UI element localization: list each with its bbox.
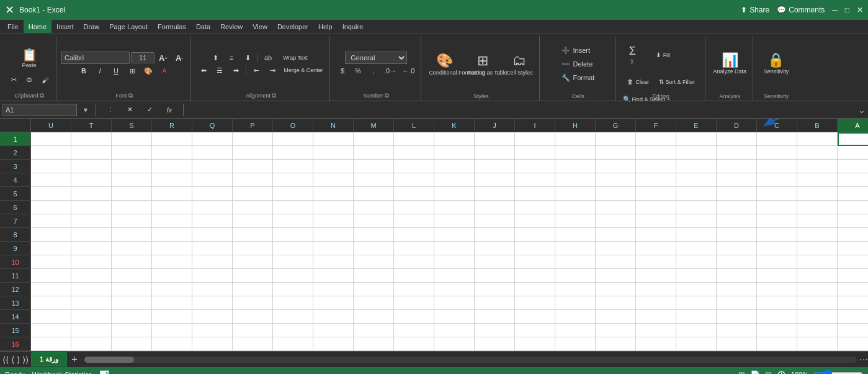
grid-cell[interactable] <box>515 201 555 214</box>
grid-cell[interactable] <box>596 146 636 160</box>
grid-cell[interactable] <box>797 269 838 283</box>
grid-cell[interactable] <box>31 296 71 310</box>
menu-developer[interactable]: Developer <box>272 20 313 33</box>
menu-inquire[interactable]: Inquire <box>338 20 369 33</box>
grid-cell[interactable] <box>152 255 192 269</box>
grid-cell[interactable] <box>273 214 313 228</box>
align-center-button[interactable]: ☰ <box>212 65 227 76</box>
grid-cell[interactable] <box>152 269 192 283</box>
workbook-stats[interactable]: Workbook Statistics <box>32 371 92 374</box>
grid-cell[interactable] <box>555 296 596 310</box>
grid-cell[interactable] <box>838 269 868 283</box>
grid-cell[interactable] <box>636 160 676 173</box>
grid-cell[interactable] <box>354 283 394 296</box>
grid-cell[interactable] <box>475 146 515 160</box>
grid-cell[interactable] <box>71 132 112 146</box>
grid-cell[interactable] <box>313 187 354 201</box>
grid-cell[interactable] <box>717 187 757 201</box>
grid-cell[interactable] <box>676 187 717 201</box>
grid-cell[interactable] <box>354 146 394 160</box>
horizontal-scrollbar[interactable] <box>84 357 857 363</box>
grid-cell[interactable] <box>233 187 273 201</box>
minimize-button[interactable]: ─ <box>832 6 838 14</box>
col-header-J[interactable]: J <box>475 119 515 132</box>
grid-cell[interactable] <box>192 324 233 337</box>
grid-cell[interactable] <box>636 146 676 160</box>
cut-button[interactable]: ✂ <box>6 75 21 86</box>
format-painter-button[interactable]: 🖌 <box>37 75 52 86</box>
align-right-button[interactable]: ➡ <box>228 65 243 76</box>
grid-cell[interactable] <box>112 228 152 242</box>
grid-cell[interactable] <box>313 255 354 269</box>
grid-cell[interactable] <box>797 283 838 296</box>
grid-cell[interactable] <box>676 132 717 146</box>
grid-cell[interactable] <box>475 173 515 187</box>
grid-cell[interactable] <box>31 214 71 228</box>
grid-cell[interactable] <box>636 310 676 324</box>
grid-cell[interactable] <box>192 187 233 201</box>
percent-button[interactable]: % <box>351 65 365 76</box>
grid-cell[interactable] <box>273 187 313 201</box>
grid-cell[interactable] <box>192 146 233 160</box>
grid-cell[interactable] <box>757 310 797 324</box>
format-button[interactable]: 🔧 Format <box>559 71 597 84</box>
grid-cell[interactable] <box>797 296 838 310</box>
grid-cell[interactable] <box>112 337 152 351</box>
grid-cell[interactable] <box>717 228 757 242</box>
wrap-text-button[interactable]: Wrap Text <box>277 52 314 63</box>
grid-cell[interactable] <box>555 201 596 214</box>
grid-cell[interactable] <box>838 255 868 269</box>
grid-cell[interactable] <box>313 214 354 228</box>
grid-cell[interactable] <box>112 173 152 187</box>
menu-file[interactable]: File <box>2 20 24 33</box>
grid-cell[interactable] <box>152 310 192 324</box>
grid-cell[interactable] <box>354 337 394 351</box>
grid-cell[interactable] <box>354 324 394 337</box>
font-expand-button[interactable]: ⧉ <box>128 92 133 99</box>
autosum-button[interactable]: Σ Σ <box>620 37 644 72</box>
col-header-I[interactable]: I <box>515 119 555 132</box>
grid-cell[interactable] <box>273 132 313 146</box>
grid-cell[interactable] <box>152 242 192 255</box>
sort-filter-button[interactable]: ⇅ Sort & Filter <box>656 73 697 89</box>
cell-styles-button[interactable]: 🗂 Cell Styles <box>503 46 535 82</box>
grid-cell[interactable] <box>152 296 192 310</box>
grid-cell[interactable] <box>838 283 868 296</box>
grid-cell[interactable] <box>757 187 797 201</box>
conditional-formatting-button[interactable]: 🎨 Conditional Formatting <box>426 46 462 82</box>
grid-cell[interactable] <box>717 201 757 214</box>
grid-cell[interactable] <box>434 242 475 255</box>
grid-cell[interactable] <box>797 160 838 173</box>
grid-cell[interactable] <box>273 269 313 283</box>
grid-cell[interactable] <box>676 173 717 187</box>
grid-cell[interactable] <box>434 324 475 337</box>
grid-cell[interactable] <box>394 146 434 160</box>
grid-cell[interactable] <box>838 146 868 160</box>
grid-cell[interactable] <box>475 187 515 201</box>
grid-cell[interactable] <box>757 242 797 255</box>
grid-cell[interactable] <box>152 337 192 351</box>
grid-cell[interactable] <box>596 187 636 201</box>
grid-cell[interactable] <box>152 228 192 242</box>
col-header-O[interactable]: O <box>273 119 313 132</box>
grid-cell[interactable] <box>233 337 273 351</box>
number-format-select[interactable]: General <box>345 52 407 64</box>
grid-cell[interactable] <box>273 201 313 214</box>
grid-cell[interactable] <box>394 201 434 214</box>
grid-cell[interactable] <box>434 173 475 187</box>
col-header-Q[interactable]: Q <box>192 119 233 132</box>
grid-cell[interactable] <box>313 228 354 242</box>
increase-decimal-button[interactable]: .0→ <box>382 65 399 76</box>
grid-cell[interactable] <box>636 324 676 337</box>
grid-cell[interactable] <box>273 228 313 242</box>
grid-cell[interactable] <box>596 310 636 324</box>
grid-cell[interactable] <box>192 160 233 173</box>
sheet-tab-1[interactable]: ورقة 1 <box>31 352 67 367</box>
grid-cell[interactable] <box>757 283 797 296</box>
grid-cell[interactable] <box>71 296 112 310</box>
grid-cell[interactable] <box>475 310 515 324</box>
grid-cell[interactable] <box>838 160 868 173</box>
grid-cell[interactable] <box>354 160 394 173</box>
grid-cell[interactable] <box>757 146 797 160</box>
close-button[interactable]: ✕ <box>857 6 863 14</box>
